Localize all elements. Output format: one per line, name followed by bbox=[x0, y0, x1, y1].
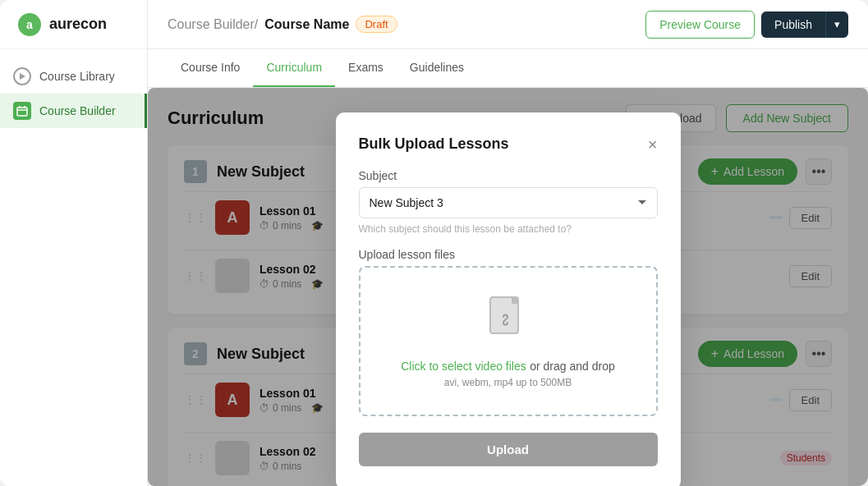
file-clip-icon bbox=[487, 294, 530, 343]
subject-hint: Which subject should this lesson be atta… bbox=[359, 223, 658, 235]
tab-course-info[interactable]: Course Info bbox=[168, 49, 253, 87]
topbar-actions: Preview Course Publish ▾ bbox=[645, 11, 848, 39]
tab-bar: Course Info Curriculum Exams Guidelines bbox=[148, 49, 868, 88]
content-area: Curriculum Bulk Upload Add New Subject 1… bbox=[148, 88, 868, 486]
upload-label: Upload lesson files bbox=[359, 248, 658, 261]
breadcrumb: Course Builder/Course Name Draft bbox=[168, 16, 397, 33]
upload-file-icon bbox=[377, 294, 640, 352]
modal-title: Bulk Upload Lessons bbox=[359, 135, 509, 153]
sidebar-item-course-library[interactable]: Course Library bbox=[0, 59, 147, 94]
publish-button-group: Publish ▾ bbox=[761, 11, 848, 38]
svg-rect-8 bbox=[512, 297, 518, 304]
sidebar: a aurecon Course Library Course Builder bbox=[0, 0, 148, 486]
preview-course-button[interactable]: Preview Course bbox=[645, 11, 755, 39]
logo-text: aurecon bbox=[49, 16, 107, 33]
breadcrumb-course-name: Course Name bbox=[264, 17, 349, 32]
upload-button[interactable]: Upload bbox=[359, 433, 658, 466]
tab-curriculum[interactable]: Curriculum bbox=[253, 49, 335, 87]
breadcrumb-prefix: Course Builder/ bbox=[168, 17, 258, 32]
topbar: Course Builder/Course Name Draft Preview… bbox=[148, 0, 868, 49]
bulk-upload-modal: Bulk Upload Lessons × Subject New Subjec… bbox=[336, 112, 681, 486]
aurecon-logo-icon: a bbox=[16, 11, 43, 38]
play-circle-icon bbox=[13, 67, 31, 85]
sidebar-nav: Course Library Course Builder bbox=[0, 49, 147, 138]
upload-section: Upload lesson files Click to select vi bbox=[359, 248, 658, 416]
publish-button[interactable]: Publish bbox=[761, 11, 825, 38]
upload-hint: avi, webm, mp4 up to 500MB bbox=[377, 377, 640, 388]
subject-select[interactable]: New Subject 1 New Subject 2 New Subject … bbox=[359, 187, 658, 218]
sidebar-item-label: Course Library bbox=[39, 70, 115, 83]
modal-header: Bulk Upload Lessons × bbox=[359, 135, 658, 153]
calendar-icon bbox=[13, 102, 31, 120]
subject-label: Subject bbox=[359, 169, 658, 182]
draft-badge: Draft bbox=[356, 16, 397, 33]
subject-field: Subject New Subject 1 New Subject 2 New … bbox=[359, 169, 658, 235]
publish-dropdown-button[interactable]: ▾ bbox=[825, 11, 848, 38]
upload-instruction: Click to select video files or drag and … bbox=[377, 359, 640, 374]
tab-guidelines[interactable]: Guidelines bbox=[397, 49, 477, 87]
svg-text:a: a bbox=[26, 18, 33, 31]
svg-rect-3 bbox=[17, 108, 27, 116]
upload-drop-zone[interactable]: Click to select video files or drag and … bbox=[359, 266, 658, 416]
modal-close-button[interactable]: × bbox=[648, 136, 658, 153]
sidebar-item-label: Course Builder bbox=[39, 104, 116, 117]
modal-overlay: Bulk Upload Lessons × Subject New Subjec… bbox=[148, 88, 868, 486]
logo: a aurecon bbox=[0, 0, 147, 49]
upload-desc: or drag and drop bbox=[530, 360, 615, 373]
tab-exams[interactable]: Exams bbox=[335, 49, 397, 87]
sidebar-item-course-builder[interactable]: Course Builder bbox=[0, 94, 147, 128]
svg-marker-2 bbox=[20, 73, 25, 80]
main-content: Course Builder/Course Name Draft Preview… bbox=[148, 0, 868, 486]
upload-link-text[interactable]: Click to select video files bbox=[401, 360, 526, 373]
